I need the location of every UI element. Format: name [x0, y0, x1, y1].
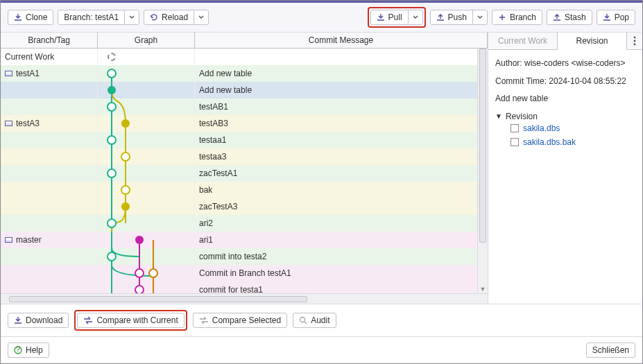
branch-selector-main[interactable]: Branch: testA1	[58, 10, 124, 24]
commit-row[interactable]: Commit in Branch testA1	[1, 265, 488, 281]
push-label: Push	[448, 12, 467, 22]
commit-row[interactable]: masterari1	[1, 232, 488, 248]
scroll-down-arrow[interactable]: ▼	[478, 285, 488, 293]
checkbox[interactable]	[511, 124, 519, 132]
commit-message-cell: bak	[195, 182, 488, 198]
help-icon: ?	[14, 346, 22, 354]
commit-message-cell: testAB3	[195, 115, 488, 132]
push-main[interactable]: Push	[431, 10, 472, 24]
graph-cell	[98, 165, 195, 182]
download-button[interactable]: Download	[8, 313, 69, 328]
commit-row[interactable]: testA3testAB3	[1, 115, 488, 132]
compare-current-label: Compare with Current	[96, 315, 178, 325]
file-link[interactable]: sakila.dbs	[523, 123, 560, 133]
compare-current-button[interactable]: Compare with Current	[77, 313, 184, 328]
file-tree: Revision sakila.dbs sakila.dbs.bak	[495, 112, 635, 149]
reload-main[interactable]: Reload	[144, 10, 194, 24]
pull-main[interactable]: Pull	[371, 10, 408, 24]
commit-row[interactable]: testaa1	[1, 132, 488, 148]
chevron-down-icon	[413, 15, 418, 20]
compare-icon	[199, 316, 209, 324]
compare-icon	[83, 316, 93, 324]
commit-row[interactable]: bak	[1, 182, 488, 198]
commit-row[interactable]: testA1Add new table	[1, 65, 488, 82]
main-toolbar: Clone Branch: testA1 Reload Pull	[1, 3, 642, 33]
tab-revision[interactable]: Revision	[558, 33, 627, 50]
chevron-down-icon	[198, 15, 204, 20]
help-button[interactable]: ? Help	[8, 343, 49, 358]
commit-message-cell: testaa1	[195, 132, 488, 148]
push-button[interactable]: Push	[430, 10, 488, 25]
pull-dropdown[interactable]	[408, 10, 422, 24]
scrollbar-thumb[interactable]	[9, 296, 307, 302]
commit-row[interactable]: testAB1	[1, 98, 488, 115]
kebab-icon	[633, 36, 636, 46]
grid-header: Branch/Tag Graph Commit Message	[1, 33, 488, 49]
pull-button[interactable]: Pull	[370, 10, 423, 25]
tab-current-work[interactable]: Current Work	[488, 33, 558, 49]
file-item[interactable]: sakila.dbs	[511, 121, 635, 135]
commit-row[interactable]: Current Work	[1, 49, 488, 65]
detail-tabs: Current Work Revision	[488, 33, 642, 50]
checkbox[interactable]	[511, 138, 519, 146]
horizontal-scrollbar[interactable]	[1, 293, 488, 304]
scrollbar-thumb[interactable]	[479, 49, 486, 243]
branch-button[interactable]: Branch	[492, 10, 542, 25]
commit-row[interactable]: zacTestA1	[1, 165, 488, 182]
commit-row[interactable]: commit into testa2	[1, 248, 488, 265]
header-commit-message[interactable]: Commit Message	[195, 33, 488, 48]
stash-button[interactable]: Stash	[547, 10, 592, 25]
commit-message-cell	[195, 49, 488, 65]
vertical-scrollbar[interactable]: ▼	[477, 49, 488, 293]
graph-cell	[98, 182, 195, 198]
reload-button[interactable]: Reload	[144, 10, 209, 25]
reload-dropdown[interactable]	[194, 10, 208, 24]
branch-selector-label: Branch: testA1	[64, 12, 119, 22]
graph-cell	[98, 49, 195, 65]
plus-icon	[498, 13, 506, 21]
pop-button[interactable]: Pop	[597, 10, 635, 25]
graph-cell	[98, 248, 195, 265]
detail-menu-button[interactable]	[627, 33, 642, 49]
graph-cell	[98, 281, 195, 293]
file-link[interactable]: sakila.dbs.bak	[523, 137, 576, 147]
branch-tag-cell	[1, 98, 98, 115]
branch-tag-cell	[1, 265, 98, 281]
commit-row[interactable]: ari2	[1, 215, 488, 232]
clone-button[interactable]: Clone	[8, 10, 53, 25]
help-label: Help	[26, 345, 43, 355]
header-graph[interactable]: Graph	[98, 33, 195, 48]
file-item[interactable]: sakila.dbs.bak	[511, 135, 635, 149]
commit-row[interactable]: commit for testa1	[1, 281, 488, 293]
branch-tag-cell	[1, 281, 98, 293]
graph-cell	[98, 65, 195, 82]
commit-row[interactable]: testaa3	[1, 148, 488, 165]
stash-label: Stash	[565, 12, 586, 22]
branch-selector-dropdown[interactable]	[124, 10, 139, 24]
push-dropdown[interactable]	[472, 10, 487, 24]
svg-text:?: ?	[16, 346, 21, 354]
branch-tag-cell	[1, 198, 98, 215]
detail-body: Author: wise-coders <wise-coders> Commit…	[488, 50, 642, 304]
branch-tag-cell: testA1	[1, 65, 98, 82]
branch-selector[interactable]: Branch: testA1	[58, 10, 139, 25]
close-label: Schließen	[592, 345, 629, 355]
commit-message-detail: Add new table	[495, 94, 635, 105]
commit-row[interactable]: zacTestA3	[1, 198, 488, 215]
download-icon	[14, 316, 22, 324]
branch-tag-cell: Current Work	[1, 49, 98, 65]
reload-label: Reload	[162, 12, 188, 22]
commit-message-cell: zacTestA1	[195, 165, 488, 182]
commit-message-cell: Add new table	[195, 65, 488, 82]
commit-time-line: Commit Time: 2024-10-04 08:55:22	[495, 76, 635, 87]
uncommitted-icon	[108, 53, 116, 61]
commit-message-cell: zacTestA3	[195, 198, 488, 215]
pull-label: Pull	[388, 12, 402, 22]
commit-row[interactable]: Add new table	[1, 82, 488, 98]
graph-cell	[98, 132, 195, 148]
svg-point-16	[634, 40, 636, 42]
tree-root[interactable]: Revision	[495, 112, 635, 121]
close-button[interactable]: Schließen	[586, 343, 635, 358]
branch-tag-cell	[1, 215, 98, 232]
header-branch-tag[interactable]: Branch/Tag	[1, 33, 98, 48]
